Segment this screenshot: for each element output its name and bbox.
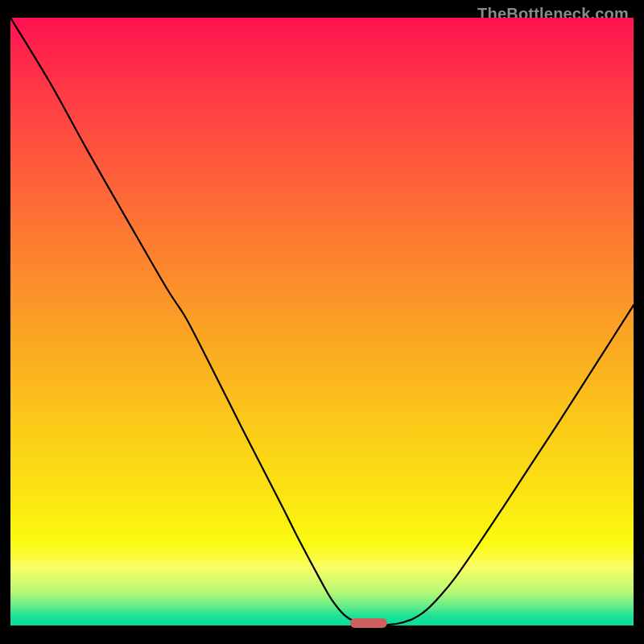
plot-area [10, 18, 634, 625]
bottleneck-curve [10, 18, 634, 625]
optimal-point-marker [350, 618, 387, 628]
chart-frame: TheBottleneck.com [10, 5, 634, 639]
